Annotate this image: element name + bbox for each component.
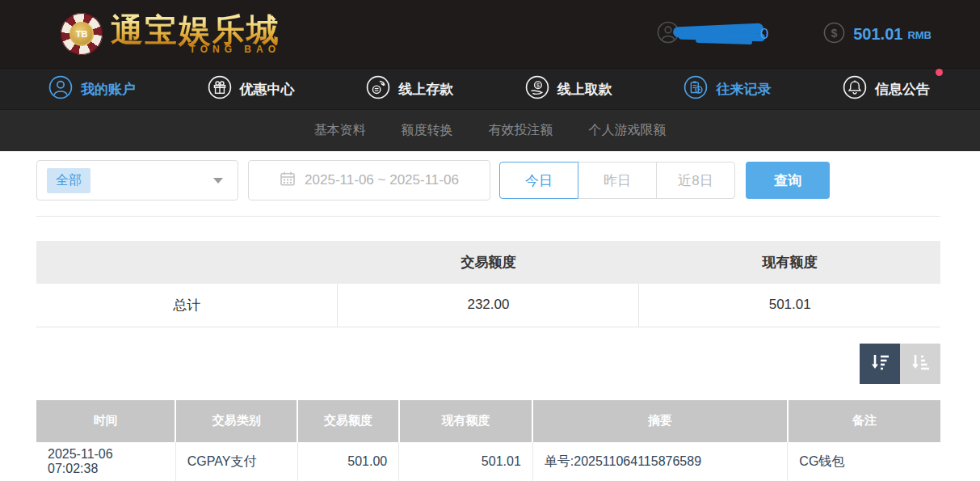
nav-item-deposit[interactable]: 线上存款 xyxy=(366,75,453,103)
user-account[interactable]: 0 xyxy=(657,21,769,47)
gift-icon xyxy=(208,75,232,103)
sort-ascending-button[interactable] xyxy=(900,344,940,384)
balance-currency: RMB xyxy=(907,27,932,41)
logo-subtitle: TONG BAO xyxy=(190,44,280,55)
table-row: 2025-11-06 07:02:38 CGPAY支付 501.00 501.0… xyxy=(36,442,940,481)
username-visible-char: 0 xyxy=(760,25,769,43)
topbar-right: 0 $ 501.01 RMB xyxy=(657,21,932,47)
summary-total-balance: 501.01 xyxy=(639,284,940,327)
main-nav: 我的账户 优惠中心 线上存款 xyxy=(0,68,980,109)
sort-descending-icon xyxy=(869,351,891,377)
last-8-days-button[interactable]: 近8日 xyxy=(656,162,735,199)
nav-label: 线上取款 xyxy=(557,80,612,99)
yesterday-button[interactable]: 昨日 xyxy=(578,162,657,199)
section-divider xyxy=(36,216,940,217)
record-time: 2025-11-06 07:02:38 xyxy=(36,442,175,481)
nav-item-announcements[interactable]: 信息公告 xyxy=(843,75,930,103)
sort-controls xyxy=(36,344,940,384)
subnav-item-credit-transfer[interactable]: 额度转换 xyxy=(402,122,453,139)
calendar-icon xyxy=(280,171,296,190)
logo-title: 通宝娱乐城 xyxy=(111,13,280,47)
account-subnav: 基本资料 额度转换 有效投注额 个人游戏限额 xyxy=(0,109,980,151)
nav-item-records[interactable]: 往来记录 xyxy=(683,75,771,103)
logo-text: 通宝娱乐城 TONG BAO xyxy=(111,13,280,55)
records-header-time: 时间 xyxy=(36,400,175,442)
notification-dot xyxy=(936,69,943,76)
records-icon xyxy=(683,75,708,103)
nav-item-promotions[interactable]: 优惠中心 xyxy=(208,75,295,103)
nav-item-my-account[interactable]: 我的账户 xyxy=(48,75,136,103)
date-range-input[interactable]: 2025-11-06 ~ 2025-11-06 xyxy=(248,160,490,200)
record-balance: 501.01 xyxy=(399,442,533,481)
subnav-item-game-limits[interactable]: 个人游戏限额 xyxy=(589,122,667,139)
sort-ascending-icon xyxy=(909,351,932,377)
summary-total-label: 总计 xyxy=(36,284,338,327)
transaction-type-select[interactable]: 全部 xyxy=(36,160,238,200)
subnav-item-basic-info[interactable]: 基本资料 xyxy=(314,122,366,139)
casino-chip-icon: TB xyxy=(61,13,103,55)
brand-logo[interactable]: TB 通宝娱乐城 TONG BAO xyxy=(61,13,280,55)
quick-date-buttons: 今日 昨日 近8日 xyxy=(499,162,735,199)
summary-header-balance: 现有额度 xyxy=(639,241,940,284)
nav-label: 往来记录 xyxy=(716,80,771,99)
filter-row: 全部 2025-11-06 ~ 2025-11-06 今日 xyxy=(36,160,940,200)
record-remark: CG钱包 xyxy=(788,442,940,481)
record-amount: 501.00 xyxy=(297,442,398,481)
balance-amount: 501.01 xyxy=(853,25,902,44)
dollar-icon: $ xyxy=(823,22,845,47)
sort-descending-button[interactable] xyxy=(860,344,900,384)
records-header-remark: 备注 xyxy=(788,400,940,442)
summary-header-transaction: 交易额度 xyxy=(338,241,639,284)
top-bar: TB 通宝娱乐城 TONG BAO 0 xyxy=(0,0,980,68)
records-header-amount: 交易额度 xyxy=(297,400,398,442)
summary-header-row: 交易额度 现有额度 xyxy=(36,241,940,284)
summary-total-transaction: 232.00 xyxy=(338,284,639,327)
date-range-value: 2025-11-06 ~ 2025-11-06 xyxy=(305,172,459,188)
query-button[interactable]: 查询 xyxy=(746,162,830,199)
username-redaction-scribble xyxy=(673,23,768,45)
svg-text:$: $ xyxy=(831,26,838,39)
bell-icon xyxy=(843,75,867,103)
today-button[interactable]: 今日 xyxy=(499,162,578,199)
chip-label: TB xyxy=(69,22,94,46)
subnav-item-valid-bets[interactable]: 有效投注额 xyxy=(489,122,553,139)
deposit-icon xyxy=(366,75,390,103)
summary-table: 交易额度 现有额度 总计 232.00 501.01 xyxy=(36,241,940,327)
records-header-balance: 现有额度 xyxy=(399,400,533,442)
nav-label: 线上存款 xyxy=(398,80,453,99)
nav-label: 信息公告 xyxy=(875,80,930,99)
selected-type-chip: 全部 xyxy=(47,168,90,193)
nav-label: 优惠中心 xyxy=(240,80,295,99)
nav-item-withdraw[interactable]: $ 线上取款 xyxy=(525,75,612,103)
records-header-row: 时间 交易类别 交易额度 现有额度 摘要 备注 xyxy=(36,400,940,442)
records-header-summary: 摘要 xyxy=(532,400,788,442)
record-summary: 单号:202511064115876589 xyxy=(532,442,788,481)
withdraw-icon: $ xyxy=(525,75,549,103)
chevron-down-icon xyxy=(213,178,223,184)
record-type: CGPAY支付 xyxy=(175,442,297,481)
records-table: 时间 交易类别 交易额度 现有额度 摘要 备注 2025-11-06 07:02… xyxy=(36,400,940,481)
records-header-type: 交易类别 xyxy=(175,400,297,442)
svg-text:$: $ xyxy=(536,82,540,88)
summary-total-row: 总计 232.00 501.01 xyxy=(36,284,940,327)
balance-display[interactable]: $ 501.01 RMB xyxy=(823,22,932,47)
summary-header-empty xyxy=(36,241,338,284)
user-icon xyxy=(48,75,73,103)
main-content: 全部 2025-11-06 ~ 2025-11-06 今日 xyxy=(0,151,980,481)
nav-label: 我的账户 xyxy=(81,80,136,99)
